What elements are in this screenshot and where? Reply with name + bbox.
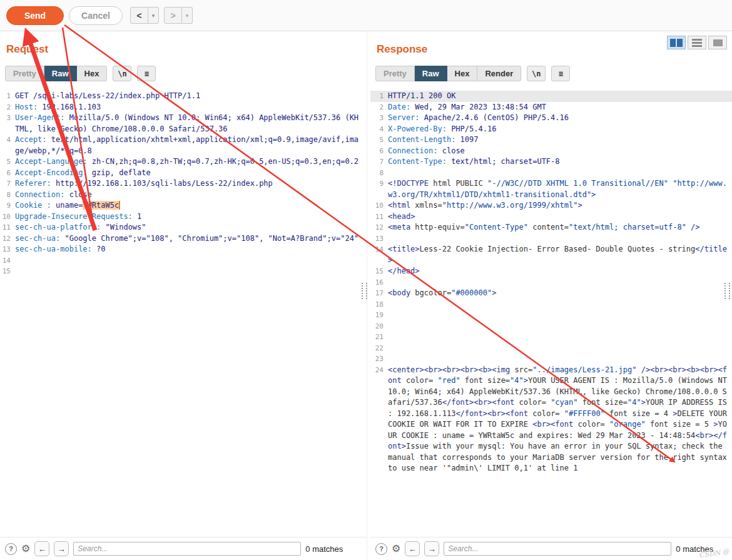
forward-button[interactable]: >	[164, 7, 182, 24]
code-line: 1HTTP/1.1 200 OK	[370, 91, 732, 102]
code-line: 4Accept: text/html,application/xhtml+xml…	[0, 135, 367, 156]
code-text: Accept-Language: zh-CN,zh;q=0.8,zh-TW;q=…	[15, 156, 367, 168]
code-line: 21	[370, 332, 732, 343]
code-text: Accept: text/html,application/xhtml+xml,…	[15, 135, 367, 156]
code-line: 7Referer: http://192.168.1.103/sqli-labs…	[0, 178, 367, 190]
gear-icon[interactable]: ⚙	[21, 544, 30, 554]
tab-hex[interactable]: Hex	[77, 66, 108, 81]
response-search-input[interactable]	[444, 542, 671, 556]
response-panel: Response PrettyRawHexRender \n ≡ 1HTTP/1…	[370, 31, 732, 560]
line-number: 20	[370, 321, 388, 332]
request-search-input[interactable]	[73, 542, 301, 556]
request-menu-button[interactable]: ≡	[137, 66, 156, 81]
request-editor[interactable]: 1GET /sqli-labs/Less-22/index.php HTTP/1…	[0, 88, 367, 537]
line-number: 17	[370, 288, 388, 299]
line-number: 7	[0, 178, 15, 190]
code-text: <title>Less-22 Cookie Injection- Error B…	[388, 244, 732, 266]
code-text	[388, 233, 732, 245]
code-text	[388, 332, 732, 343]
line-number: 6	[370, 146, 388, 157]
layout-columns-button[interactable]	[667, 36, 686, 49]
toolbar: Send Cancel < ▾ > ▾	[0, 0, 732, 31]
line-number: 2	[0, 102, 15, 113]
code-line: 16	[370, 277, 732, 288]
code-line: 4X-Powered-By: PHP/5.4.16	[370, 124, 732, 135]
line-number: 13	[0, 244, 15, 255]
code-text	[388, 343, 732, 354]
line-number: 14	[0, 255, 15, 267]
forward-dropdown-button[interactable]: ▾	[182, 7, 193, 24]
code-text	[388, 310, 732, 321]
request-panel: Request PrettyRawHex \n ≡ 1GET /sqli-lab…	[0, 31, 367, 560]
layout-single-button[interactable]	[708, 36, 727, 49]
code-text: Server: Apache/2.4.6 (CentOS) PHP/5.4.16	[388, 113, 732, 124]
back-button-group: < ▾	[130, 7, 159, 24]
code-text: sec-ch-ua-platform: "Windows"	[15, 222, 367, 233]
line-number: 12	[370, 222, 388, 233]
code-text: <center><br><br><br><b><img src="../imag…	[388, 365, 732, 474]
tab-raw[interactable]: Raw	[44, 66, 77, 81]
line-number: 1	[0, 91, 15, 102]
line-number: 9	[0, 200, 15, 211]
line-number: 14	[370, 244, 388, 266]
tab-hex[interactable]: Hex	[447, 66, 478, 81]
response-menu-button[interactable]: ≡	[551, 66, 570, 81]
code-text: <meta http-equiv="Content-Type" content=…	[388, 222, 732, 233]
tab-render[interactable]: Render	[477, 66, 521, 81]
burp-repeater-window: Send Cancel < ▾ > ▾ Request PrettyRawHex…	[0, 0, 732, 560]
code-text: Date: Wed, 29 Mar 2023 13:48:54 GMT	[388, 102, 732, 113]
code-text: Referer: http://192.168.1.103/sqli-labs/…	[15, 178, 367, 190]
back-button[interactable]: <	[130, 7, 148, 24]
response-viewer[interactable]: 1HTTP/1.1 200 OK2Date: Wed, 29 Mar 2023 …	[370, 88, 732, 537]
code-text: <head>	[388, 211, 732, 223]
rows-layout-icon	[692, 39, 702, 47]
line-number: 5	[370, 135, 388, 146]
code-text	[388, 299, 732, 310]
request-search-bar: ? ⚙ ← → 0 matches	[0, 537, 367, 560]
code-line: 13	[370, 233, 732, 245]
code-text	[15, 255, 367, 267]
chevron-down-icon: ▾	[186, 13, 189, 19]
gear-icon[interactable]: ⚙	[392, 544, 400, 554]
help-icon[interactable]: ?	[5, 543, 17, 555]
line-number: 7	[370, 156, 388, 168]
tab-pretty[interactable]: Pretty	[375, 66, 415, 81]
code-line: 3Server: Apache/2.4.6 (CentOS) PHP/5.4.1…	[370, 113, 732, 124]
code-line: 12sec-ch-ua: "Google Chrome";v="108", "C…	[0, 233, 367, 245]
search-next-button[interactable]: →	[424, 541, 439, 556]
cancel-button[interactable]: Cancel	[69, 6, 123, 25]
code-line: 5Accept-Language: zh-CN,zh;q=0.8,zh-TW;q…	[0, 156, 367, 168]
splitter-handle[interactable]	[362, 283, 367, 299]
line-number: 13	[370, 233, 388, 245]
code-text: Accept-Encoding: gzip, deflate	[15, 168, 367, 179]
code-text: Upgrade-Insecure-Requests: 1	[15, 211, 367, 223]
code-text: Connection: close	[15, 190, 367, 201]
code-text: Content-Length: 1097	[388, 135, 732, 146]
code-line: 13sec-ch-ua-mobile: ?0	[0, 244, 367, 255]
code-text: Connection: close	[388, 146, 732, 157]
help-icon[interactable]: ?	[375, 543, 387, 555]
menu-icon: ≡	[145, 69, 149, 78]
tab-raw[interactable]: Raw	[415, 66, 447, 81]
response-newline-toggle-button[interactable]: \n	[527, 66, 546, 81]
panel-resize-handle[interactable]	[724, 283, 730, 299]
tab-pretty[interactable]: Pretty	[5, 66, 44, 81]
line-number: 10	[370, 200, 388, 211]
code-line: 12<meta http-equiv="Content-Type" conten…	[370, 222, 732, 233]
search-prev-button[interactable]: ←	[405, 541, 420, 556]
search-next-button[interactable]: →	[54, 541, 69, 556]
code-line: 11sec-ch-ua-platform: "Windows"	[0, 222, 367, 233]
code-line: 6Accept-Encoding: gzip, deflate	[0, 168, 367, 179]
code-line: 1GET /sqli-labs/Less-22/index.php HTTP/1…	[0, 91, 367, 102]
send-button[interactable]: Send	[6, 6, 64, 25]
columns-layout-icon	[670, 39, 683, 47]
layout-rows-button[interactable]	[688, 36, 706, 49]
back-dropdown-button[interactable]: ▾	[148, 7, 159, 24]
search-prev-button[interactable]: ←	[34, 541, 49, 556]
line-number: 3	[0, 113, 15, 135]
line-number: 15	[370, 266, 388, 277]
code-text: HTTP/1.1 200 OK	[388, 91, 732, 102]
request-newline-toggle-button[interactable]: \n	[113, 66, 131, 81]
code-text	[388, 168, 732, 179]
code-line: 3User-Agent: Mozilla/5.0 (Windows NT 10.…	[0, 113, 367, 135]
